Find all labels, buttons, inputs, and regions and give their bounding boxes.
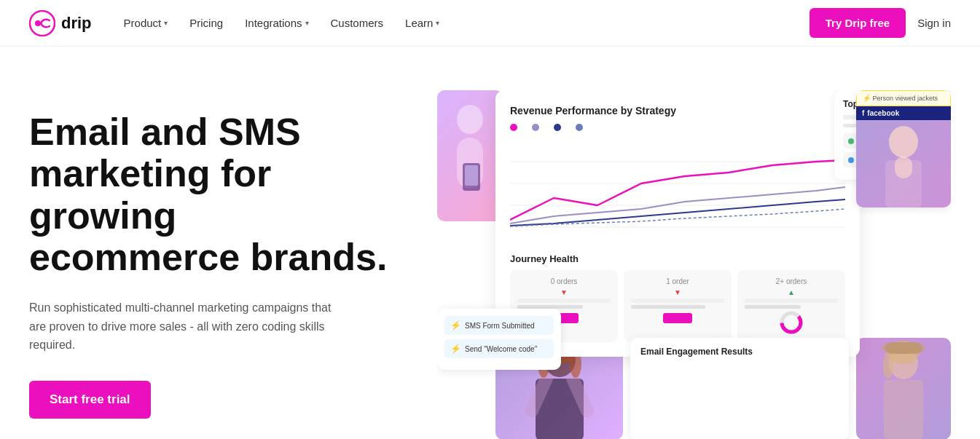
logo-icon: [29, 10, 55, 36]
legend-dot-pink: [510, 124, 517, 131]
sign-in-link[interactable]: Sign in: [917, 17, 951, 29]
svg-rect-23: [884, 380, 923, 439]
email-bar-chart: [640, 363, 839, 421]
green-dot-icon: [848, 138, 854, 144]
arrow-up-icon: ▲: [745, 288, 838, 296]
nav-right: Try Drip free Sign in: [810, 8, 951, 38]
sms-trigger-1: ⚡ SMS Form Submitted: [444, 316, 554, 335]
journey-col-1-order: 1 order ▼: [624, 270, 732, 342]
arrow-down-icon: ▼: [517, 288, 611, 296]
sms-triggers-card: ⚡ SMS Form Submitted ⚡ Send "Welcome cod…: [437, 309, 561, 370]
sms-trigger-2: ⚡ Send "Welcome code": [444, 339, 554, 358]
col-title: 2+ orders: [745, 277, 838, 285]
facebook-icon: f: [862, 109, 864, 117]
email-engagement-title: Email Engagement Results: [640, 347, 839, 357]
chart-title: Revenue Performance by Strategy: [510, 105, 845, 116]
hero-image-phone: [437, 90, 503, 221]
navigation: drip Product ▾ Pricing Integrations ▾ Cu…: [0, 0, 980, 47]
donut-svg: [779, 310, 804, 335]
hero-title: Email and SMS marketing for growing ecom…: [29, 111, 393, 278]
chevron-down-icon: ▾: [305, 19, 309, 27]
journey-col-2plus-orders: 2+ orders ▲: [737, 270, 845, 342]
nav-links: Product ▾ Pricing Integrations ▾ Custome…: [115, 11, 449, 35]
journey-health-title: Journey Health: [510, 253, 845, 264]
fb-trigger-label: ⚡ Person viewed jackets: [856, 90, 951, 106]
nav-left: drip Product ▾ Pricing Integrations ▾ Cu…: [29, 10, 448, 36]
line-chart: [510, 140, 845, 242]
legend-dot-navy: [554, 124, 561, 131]
try-drip-free-button[interactable]: Try Drip free: [810, 8, 906, 38]
nav-product[interactable]: Product ▾: [115, 11, 177, 35]
start-free-trial-button[interactable]: Start free trial: [29, 381, 151, 419]
legend-dot-purple: [532, 124, 539, 131]
chart-legend: [510, 124, 845, 131]
svg-point-12: [889, 126, 918, 158]
svg-point-25: [883, 352, 893, 379]
facebook-header: f facebook: [856, 106, 951, 120]
nav-customers[interactable]: Customers: [322, 11, 393, 35]
facebook-ad-image: [856, 120, 951, 207]
hero-image-person-bottom-right: [856, 338, 951, 439]
svg-rect-27: [885, 342, 922, 354]
col-title: 1 order: [631, 277, 724, 285]
blue-dot-icon: [848, 157, 854, 163]
logo-text: drip: [61, 14, 92, 33]
hero-subtitle: Run sophisticated multi-channel marketin…: [29, 298, 335, 355]
svg-rect-5: [465, 165, 478, 186]
bar-pink-2: [663, 313, 692, 323]
arrow-down-icon: ▼: [631, 288, 724, 296]
svg-point-0: [30, 11, 55, 36]
col-title: 0 orders: [517, 277, 611, 285]
legend-item-3: [554, 124, 564, 131]
lightning-icon: ⚡: [450, 320, 461, 331]
legend-item-2: [532, 124, 542, 131]
nav-learn[interactable]: Learn ▾: [396, 11, 448, 35]
legend-item-1: [510, 124, 520, 131]
nav-integrations[interactable]: Integrations ▾: [236, 11, 317, 35]
email-engagement-card: Email Engagement Results: [630, 338, 849, 439]
facebook-ad-card: ⚡ Person viewed jackets f facebook: [856, 90, 951, 207]
hero-section: Email and SMS marketing for growing ecom…: [0, 47, 980, 439]
person-phone-illustration: [441, 98, 499, 214]
hero-dashboard: Revenue Performance by Strategy: [437, 90, 951, 439]
svg-point-2: [457, 105, 483, 134]
hero-content: Email and SMS marketing for growing ecom…: [29, 111, 393, 419]
logo[interactable]: drip: [29, 10, 92, 36]
donut-chart: [745, 310, 838, 335]
chevron-down-icon: ▾: [436, 19, 439, 27]
fb-person-illustration: [860, 120, 947, 207]
svg-rect-14: [895, 157, 912, 178]
legend-item-4: [576, 124, 586, 131]
legend-dot-blue: [576, 124, 583, 131]
chevron-down-icon: ▾: [164, 19, 168, 27]
lightning-icon: ⚡: [450, 344, 461, 354]
nav-pricing[interactable]: Pricing: [181, 11, 232, 35]
person-illustration-2: [856, 338, 951, 439]
